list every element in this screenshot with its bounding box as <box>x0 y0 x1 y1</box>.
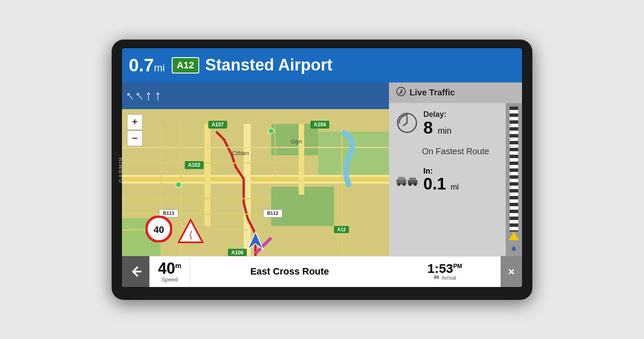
delay-clock-icon <box>396 112 418 134</box>
arrow-up-2: ↑ <box>155 88 161 104</box>
arrival-display: 1:53PM 🏁 Arrival <box>389 257 501 287</box>
direction-bar: ↑ ↑ ↑ ↑ <box>122 82 389 109</box>
speed-value: 40m <box>158 261 181 276</box>
gps-device: GARMIN 0.7mi A12 Stansted Airport ↑ ↑ ↑ … <box>112 40 532 300</box>
svg-text:B113: B113 <box>163 211 174 216</box>
distance-unit: mi <box>154 62 164 73</box>
svg-text:40: 40 <box>154 224 164 235</box>
map-bottom-bar: 40m Speed East Cross Route <box>122 256 389 287</box>
distance-display: 0.7mi <box>129 55 165 76</box>
zoom-in-button[interactable]: + <box>127 114 143 130</box>
destination-name: Stansted Airport <box>205 56 332 74</box>
svg-point-52 <box>408 183 411 186</box>
in-label: In: <box>423 167 515 176</box>
on-fastest-route: On Fastest Route <box>396 143 515 160</box>
main-content: ↑ ↑ ↑ ↑ <box>122 82 522 287</box>
traffic-header: Live Traffic <box>389 82 522 103</box>
position-marker <box>509 232 519 240</box>
svg-point-36 <box>176 182 181 187</box>
svg-rect-8 <box>204 124 211 226</box>
traffic-strip: ▲ <box>506 103 522 256</box>
svg-text:⟨: ⟨ <box>189 229 193 240</box>
svg-point-37 <box>268 128 274 134</box>
delay-section: Delay: 8 min <box>396 110 515 136</box>
navigation-bar: 0.7mi A12 Stansted Airport <box>122 48 522 82</box>
strip-dashed <box>510 107 518 232</box>
svg-rect-2 <box>318 131 389 179</box>
svg-rect-9 <box>299 124 304 195</box>
device-screen: 0.7mi A12 Stansted Airport ↑ ↑ ↑ ↑ <box>121 47 523 288</box>
svg-rect-47 <box>398 177 405 180</box>
incident-distance: 0.1 mi <box>423 176 515 192</box>
delay-label: Delay: <box>423 110 515 119</box>
cars-icon <box>396 171 418 188</box>
flag-icon: 🏁 <box>433 275 440 281</box>
map-area[interactable]: ↑ ↑ ↑ ↑ <box>122 82 389 287</box>
distance-value: 0.7 <box>129 55 154 75</box>
delay-value: 8 min <box>423 119 515 136</box>
road-badge: A12 <box>172 57 199 73</box>
traffic-icon <box>396 86 406 99</box>
svg-text:A107: A107 <box>212 121 224 127</box>
svg-point-53 <box>414 183 417 186</box>
speed-limit-sign: 40 <box>146 216 172 244</box>
strip-arrow: ▲ <box>510 243 518 253</box>
speed-label: Speed <box>161 276 178 283</box>
svg-text:B112: B112 <box>267 211 278 216</box>
arrival-label: 🏁 Arrival <box>433 275 456 281</box>
speed-display: 40m Speed <box>149 257 190 287</box>
svg-point-48 <box>397 183 400 186</box>
svg-point-43 <box>400 91 402 92</box>
svg-text:A104: A104 <box>314 121 326 127</box>
street-name: East Cross Route <box>190 266 389 277</box>
arrow-up-1: ↑ <box>145 88 152 104</box>
svg-point-49 <box>403 183 406 186</box>
zoom-controls[interactable]: + − <box>127 114 143 146</box>
svg-text:A106: A106 <box>231 249 244 255</box>
back-button[interactable] <box>122 256 149 287</box>
traffic-body: Delay: 8 min On Fastest Route <box>389 103 522 256</box>
zoom-out-button[interactable]: − <box>127 131 143 146</box>
delay-info: Delay: 8 min <box>423 110 515 136</box>
svg-text:Glyn: Glyn <box>291 138 302 144</box>
curve-warning-sign: ⟨ <box>178 218 204 246</box>
svg-rect-51 <box>409 178 416 181</box>
traffic-title: Live Traffic <box>410 88 455 98</box>
arrival-time: 1:53PM <box>427 262 462 275</box>
close-button[interactable]: × <box>501 256 522 287</box>
svg-text:A102: A102 <box>188 162 200 168</box>
traffic-incident: In: 0.1 mi <box>396 167 515 192</box>
traffic-panel: Live Traffic Del <box>389 82 522 287</box>
incident-info: In: 0.1 mi <box>423 167 515 192</box>
svg-text:Clifden: Clifden <box>232 150 249 156</box>
svg-text:A12: A12 <box>337 226 346 232</box>
traffic-bottom-bar: 1:53PM 🏁 Arrival × <box>389 256 522 287</box>
